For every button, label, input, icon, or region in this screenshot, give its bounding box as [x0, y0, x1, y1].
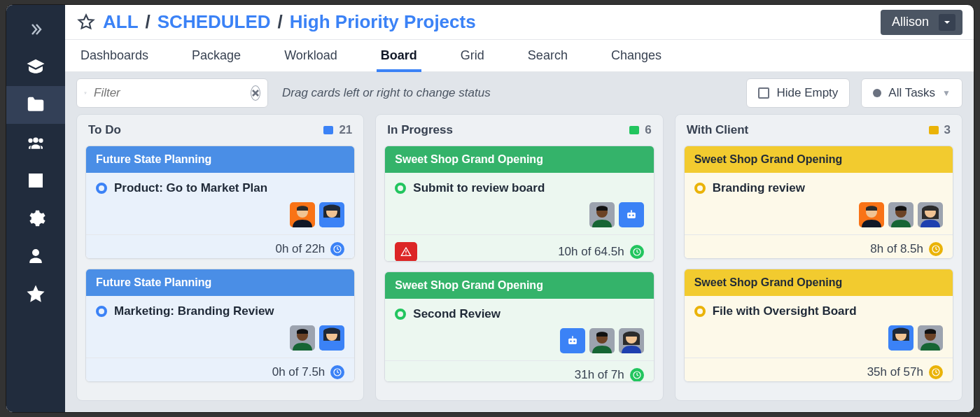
avatar — [319, 325, 344, 351]
clock-icon — [929, 242, 943, 256]
hours-text: 0h of 22h — [275, 242, 325, 256]
clock-icon — [330, 242, 344, 256]
filter-input[interactable] — [94, 86, 244, 100]
sidebar-item-projects[interactable] — [6, 86, 65, 124]
status-ring-icon — [96, 306, 107, 317]
avatar — [918, 202, 943, 227]
all-tasks-dropdown[interactable]: All Tasks ▼ — [861, 78, 962, 108]
breadcrumb-sep: / — [146, 11, 150, 33]
column-count: 21 — [339, 123, 352, 137]
column-to-do: To Do 21 Future State Planning Product: … — [76, 114, 364, 401]
task-name: Second Review — [413, 307, 500, 321]
breadcrumb-scheduled[interactable]: SCHEDULED — [158, 11, 271, 33]
avatar — [859, 202, 884, 227]
sidebar-expand-icon[interactable] — [6, 10, 65, 48]
svg-rect-20 — [572, 336, 573, 338]
task-name: Product: Go to Market Plan — [114, 181, 267, 195]
column-count: 6 — [645, 123, 651, 137]
bot-icon — [560, 328, 585, 353]
card-project-title: Sweet Shop Grand Opening — [685, 146, 953, 173]
tab-dashboards[interactable]: Dashboards — [76, 40, 153, 71]
sidebar-item-favorites[interactable] — [6, 275, 65, 313]
tab-workload[interactable]: Workload — [280, 40, 342, 71]
card-project-title: Future State Planning — [86, 269, 354, 296]
column-title: To Do — [88, 123, 121, 137]
tab-search[interactable]: Search — [524, 40, 572, 71]
avatar — [290, 202, 315, 227]
task-name: File with Oversight Board — [713, 304, 857, 318]
svg-rect-17 — [568, 338, 577, 344]
card-project-title: Future State Planning — [86, 146, 354, 173]
breadcrumb: ALL / SCHEDULED / High Priority Projects — [103, 11, 476, 33]
card-project-title: Sweet Shop Grand Opening — [385, 272, 653, 299]
user-menu[interactable]: Allison — [881, 10, 962, 35]
breadcrumb-sep: / — [278, 11, 283, 33]
sidebar-item-settings[interactable] — [6, 199, 65, 237]
hours-text: 10h of 64.5h — [558, 245, 624, 259]
sidebar — [6, 5, 65, 412]
breadcrumb-all[interactable]: ALL — [103, 11, 139, 33]
dot-icon — [873, 89, 881, 97]
card-project-title: Sweet Shop Grand Opening — [685, 269, 953, 296]
task-card[interactable]: Future State Planning Product: Go to Mar… — [85, 146, 355, 259]
avatar — [619, 328, 644, 353]
kanban-board: To Do 21 Future State Planning Product: … — [65, 114, 974, 412]
sidebar-item-team[interactable] — [6, 124, 65, 162]
column-title: With Client — [687, 123, 749, 137]
tab-changes[interactable]: Changes — [607, 40, 666, 71]
favorite-star-icon[interactable] — [76, 13, 96, 32]
svg-rect-12 — [627, 213, 636, 218]
task-card[interactable]: Sweet Shop Grand Opening Second Review 3… — [384, 271, 654, 382]
clock-icon — [330, 365, 344, 379]
filter-icon — [84, 86, 87, 100]
svg-point-14 — [632, 215, 634, 217]
clock-icon — [630, 368, 644, 382]
clear-filter-icon[interactable] — [251, 85, 260, 101]
sidebar-item-profile[interactable] — [6, 237, 65, 275]
svg-point-13 — [629, 215, 631, 217]
sidebar-item-learn[interactable] — [6, 48, 65, 86]
hours-text: 8h of 8.5h — [870, 242, 923, 256]
column-color-icon — [629, 126, 639, 134]
column-color-icon — [323, 126, 333, 134]
avatar — [319, 202, 344, 227]
avatar — [888, 325, 913, 351]
sidebar-item-reports[interactable] — [6, 162, 65, 199]
caret-down-icon — [939, 14, 955, 31]
column-in-progress: In Progress 6 Sweet Shop Grand Opening S… — [375, 114, 663, 401]
svg-point-18 — [570, 340, 572, 342]
tab-package[interactable]: Package — [188, 40, 245, 71]
task-name: Submit to review board — [413, 181, 545, 195]
status-ring-icon — [395, 183, 406, 194]
task-card[interactable]: Future State Planning Marketing: Brandin… — [85, 269, 355, 382]
column-with-client: With Client 3 Sweet Shop Grand Opening B… — [675, 114, 962, 401]
avatar — [888, 202, 913, 227]
column-count: 3 — [944, 123, 951, 137]
chevron-down-icon: ▼ — [942, 88, 951, 98]
avatar — [290, 325, 315, 351]
card-project-title: Sweet Shop Grand Opening — [385, 146, 653, 173]
alert-icon — [395, 242, 417, 262]
hours-text: 31h of 7h — [575, 368, 624, 382]
board-hint: Drag cards left or right to change statu… — [282, 86, 491, 100]
tab-grid[interactable]: Grid — [456, 40, 489, 71]
hours-text: 35h of 57h — [867, 365, 923, 379]
tab-board[interactable]: Board — [377, 40, 421, 71]
task-card[interactable]: Sweet Shop Grand Opening File with Overs… — [684, 269, 953, 382]
checkbox-icon — [758, 87, 769, 99]
all-tasks-label: All Tasks — [888, 86, 935, 100]
avatar — [589, 328, 615, 353]
task-card[interactable]: Sweet Shop Grand Opening Submit to revie… — [384, 146, 654, 262]
task-name: Branding review — [713, 181, 805, 195]
status-ring-icon — [694, 306, 706, 317]
clock-icon — [929, 365, 943, 379]
breadcrumb-current[interactable]: High Priority Projects — [290, 11, 476, 33]
column-color-icon — [929, 126, 939, 134]
avatar — [589, 202, 615, 227]
status-ring-icon — [96, 183, 107, 194]
svg-rect-15 — [631, 210, 632, 212]
filter-box — [76, 78, 268, 108]
column-title: In Progress — [387, 123, 453, 137]
task-card[interactable]: Sweet Shop Grand Opening Branding review… — [684, 146, 953, 259]
hide-empty-button[interactable]: Hide Empty — [746, 78, 850, 108]
